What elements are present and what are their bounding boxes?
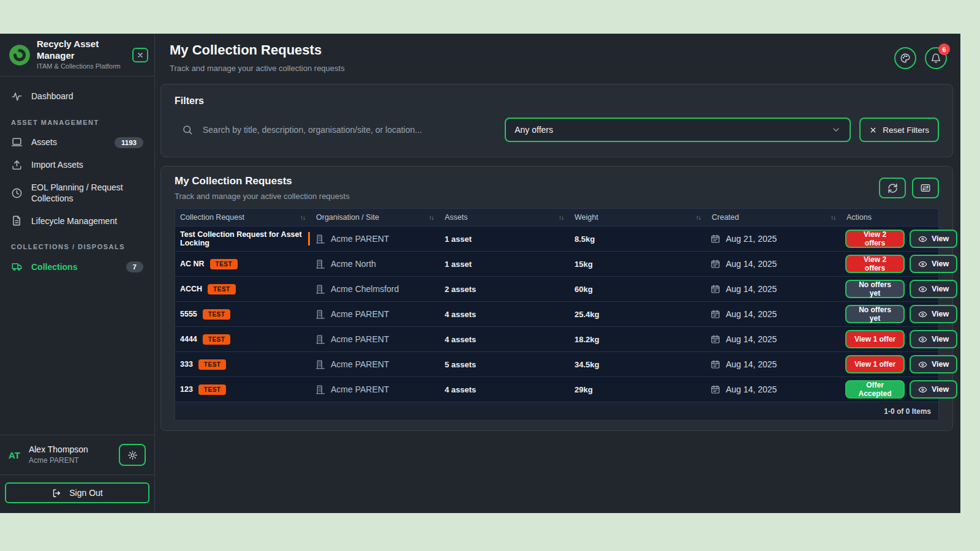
- building-icon: [315, 234, 325, 244]
- chevron-down-icon: [831, 125, 841, 135]
- sidebar-item-label: Assets: [31, 137, 57, 148]
- building-icon: [315, 259, 325, 269]
- offers-button[interactable]: No offers yet: [845, 305, 905, 323]
- sort-icon[interactable]: ↑↓: [696, 214, 701, 221]
- calendar-icon: [710, 259, 720, 269]
- created-date: Aug 14, 2025: [726, 334, 777, 344]
- offers-button[interactable]: View 2 offers: [845, 230, 905, 248]
- assets-count: 1 asset: [443, 260, 573, 269]
- sidebar-item-collections[interactable]: Collections 7: [0, 255, 154, 278]
- section-label-collections-disposals: COLLECTIONS / DISPOSALS: [0, 232, 154, 255]
- test-badge: TEST: [208, 284, 236, 294]
- filters-title: Filters: [175, 96, 939, 107]
- view-button[interactable]: View: [910, 280, 957, 298]
- collapse-sidebar-button[interactable]: [132, 48, 148, 62]
- table-row: 5555TEST Acme PARENT 4 assets 25.4kg Aug…: [175, 301, 938, 326]
- sidebar-header: Recycly Asset Manager ITAM & Collections…: [0, 34, 154, 77]
- building-icon: [315, 334, 325, 345]
- search-box: [175, 124, 496, 135]
- search-input[interactable]: [202, 124, 496, 135]
- building-icon: [315, 309, 325, 320]
- sidebar-item-lifecycle-management[interactable]: Lifecycle Management: [0, 209, 154, 232]
- app-subtitle: ITAM & Collections Platform: [37, 62, 126, 71]
- calendar-icon: [710, 284, 720, 294]
- test-badge: TEST: [198, 359, 227, 370]
- sign-out-label: Sign Out: [69, 488, 102, 498]
- eye-icon: [918, 335, 927, 344]
- refresh-icon: [888, 183, 898, 193]
- theme-button[interactable]: [894, 47, 916, 69]
- page-header: My Collection Requests Track and manage …: [155, 34, 960, 75]
- test-badge: TEST: [198, 384, 227, 395]
- sign-out-button[interactable]: Sign Out: [5, 482, 149, 503]
- created-date: Aug 14, 2025: [726, 359, 777, 369]
- view-button[interactable]: View: [910, 305, 957, 323]
- weight-value: 8.5kg: [573, 234, 710, 244]
- offers-filter-value: Any offers: [514, 125, 553, 135]
- view-button[interactable]: View: [910, 380, 957, 399]
- column-header: Collection Request: [180, 213, 244, 222]
- search-icon: [182, 124, 193, 135]
- sidebar-item-label: Collections: [31, 261, 77, 272]
- request-title: 5555: [180, 310, 197, 318]
- offers-filter-select[interactable]: Any offers: [505, 118, 851, 142]
- sort-icon[interactable]: ↑↓: [429, 214, 434, 221]
- sidebar-item-eol-planning[interactable]: EOL Planning / Request Collections: [0, 176, 141, 209]
- user-name: Alex Thompson: [29, 444, 110, 455]
- test-badge: TEST: [210, 259, 238, 269]
- truck-icon: [11, 261, 23, 272]
- view-label: View: [932, 260, 949, 268]
- eye-icon: [918, 385, 927, 394]
- assets-count: 5 assets: [443, 360, 573, 369]
- view-button[interactable]: View: [910, 230, 957, 248]
- organisation-name: Acme Chelmsford: [331, 284, 399, 294]
- sort-icon[interactable]: ↑↓: [559, 214, 564, 221]
- offers-button[interactable]: View 1 offer: [845, 355, 905, 373]
- page-subtitle: Track and manage your active collection …: [170, 64, 345, 73]
- sidebar-item-assets[interactable]: Assets 1193: [0, 131, 154, 154]
- sidebar-item-import-assets[interactable]: Import Assets: [0, 154, 154, 176]
- filters-card: Filters Any offers: [160, 84, 953, 157]
- calendar-icon: [710, 309, 720, 319]
- request-title: 333: [180, 360, 193, 369]
- user-settings-button[interactable]: [119, 444, 146, 466]
- weight-value: 60kg: [573, 285, 710, 294]
- close-icon: [137, 51, 144, 59]
- user-profile-block: AT Alex Thompson Acme PARENT: [0, 435, 154, 474]
- weight-value: 15kg: [573, 260, 710, 269]
- calendar-icon: [710, 234, 720, 244]
- offers-button[interactable]: View 2 offers: [845, 255, 905, 273]
- sidebar-nav: Dashboard ASSET MANAGEMENT Assets 1193 I…: [0, 77, 154, 278]
- clock-icon: [11, 187, 23, 199]
- building-icon: [315, 284, 325, 294]
- table-settings-button[interactable]: [912, 178, 939, 198]
- offers-button[interactable]: Offer Accepted: [845, 380, 905, 399]
- offers-button[interactable]: View 1 offer: [845, 330, 905, 348]
- created-date: Aug 21, 2025: [726, 234, 777, 244]
- created-date: Aug 14, 2025: [726, 309, 777, 319]
- calendar-icon: [710, 334, 720, 344]
- bell-icon: [930, 53, 941, 64]
- organisation-name: Acme PARENT: [331, 334, 389, 344]
- laptop-icon: [11, 137, 23, 148]
- view-label: View: [932, 385, 949, 394]
- calendar-icon: [710, 384, 720, 394]
- assets-count-badge: 1193: [115, 137, 143, 148]
- view-button[interactable]: View: [910, 355, 957, 373]
- sidebar-item-dashboard[interactable]: Dashboard: [0, 85, 154, 108]
- list-title: My Collection Requests: [175, 175, 350, 187]
- weight-value: 18.2kg: [573, 335, 710, 344]
- reset-filters-button[interactable]: Reset Filters: [859, 118, 939, 142]
- notifications-button[interactable]: 6: [925, 47, 947, 69]
- view-button[interactable]: View: [910, 255, 957, 273]
- sort-icon[interactable]: ↑↓: [300, 214, 305, 221]
- assets-count: 4 assets: [443, 385, 573, 394]
- app-window: Recycly Asset Manager ITAM & Collections…: [0, 34, 960, 513]
- offers-button[interactable]: No offers yet: [845, 280, 905, 298]
- view-button[interactable]: View: [910, 330, 957, 348]
- column-header: Organisation / Site: [316, 213, 379, 222]
- column-header: Assets: [445, 213, 468, 222]
- assets-count: 2 assets: [443, 285, 573, 294]
- refresh-button[interactable]: [879, 178, 906, 198]
- sort-icon[interactable]: ↑↓: [831, 214, 835, 221]
